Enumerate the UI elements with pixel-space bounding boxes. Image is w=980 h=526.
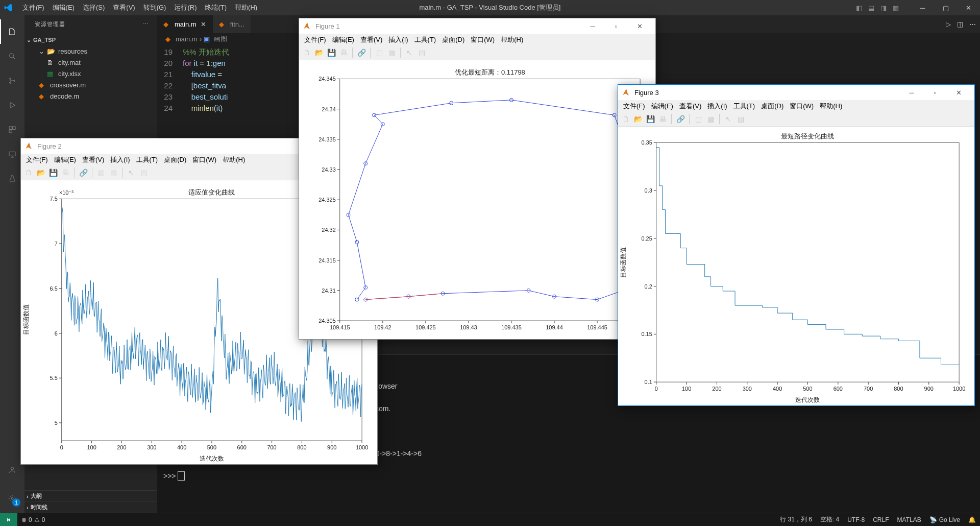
status-bell-icon[interactable]: 🔔 [964,515,980,524]
figure-3-axes[interactable]: 010020030040050060070080090010000.10.150… [618,127,974,405]
fig-menu-insert[interactable]: 插入(I) [385,35,411,44]
legend-icon[interactable]: ▦ [386,47,397,58]
figure-3-window[interactable]: Figure 3 ─▫✕ 文件(F) 编辑(E) 查看(V) 插入(I) 工具(… [618,84,975,406]
tab-fitn[interactable]: ◆ fitn... [213,15,251,33]
figure-1-window[interactable]: Figure 1 ─▫✕ 文件(F) 编辑(E) 查看(V) 插入(I) 工具(… [299,18,656,340]
close-button[interactable]: ✕ [957,0,980,15]
layout-customize-icon[interactable]: ▦ [891,3,901,13]
menu-view[interactable]: 查看(V) [109,3,139,12]
layout-toggle-bottom-icon[interactable]: ⬓ [866,3,876,13]
link-icon[interactable]: 🔗 [78,167,89,178]
maximize-button[interactable]: ▫ [923,85,947,100]
status-language[interactable]: MATLAB [893,515,925,524]
file-decode[interactable]: ◆ decode.m [24,90,157,102]
status-eol[interactable]: CRLF [869,515,893,524]
fig-menu-edit[interactable]: 编辑(E) [648,102,676,111]
folder-resources[interactable]: ⌄ 📂 resources [24,45,157,57]
print-icon[interactable]: 🖶 [60,167,71,178]
figure-titlebar[interactable]: Figure 1 ─▫✕ [299,18,655,34]
menu-edit[interactable]: 编辑(E) [48,3,79,12]
status-golive[interactable]: 📡Go Live [925,515,964,524]
figure-1-axes[interactable]: 109.415109.42109.425109.43109.435109.441… [299,60,655,339]
more-icon[interactable]: ⋯ [969,20,976,28]
fig-menu-help[interactable]: 帮助(H) [817,102,845,111]
more-icon[interactable]: ⋯ [143,21,149,28]
close-icon[interactable]: ✕ [201,20,206,28]
menu-select[interactable]: 选择(S) [79,3,109,12]
activity-run-debug-icon[interactable] [0,93,24,117]
menu-help[interactable]: 帮助(H) [231,3,261,12]
activity-explorer-icon[interactable] [0,19,24,44]
activity-settings-icon[interactable]: 1 [0,486,24,511]
link-icon[interactable]: 🔗 [356,47,367,58]
maximize-button[interactable]: ▢ [934,0,957,15]
inspector-icon[interactable]: ▤ [138,167,149,178]
minimize-button[interactable]: ─ [581,18,604,34]
fig-menu-desktop[interactable]: 桌面(D) [758,102,787,111]
menu-run[interactable]: 运行(R) [170,3,201,12]
fig-menu-tools[interactable]: 工具(T) [133,155,161,164]
layout-toggle-right-icon[interactable]: ◨ [878,3,889,13]
fig-menu-help[interactable]: 帮助(H) [219,155,248,164]
timeline-section[interactable]: › 时间线 [24,501,157,513]
minimize-button[interactable]: ─ [911,0,934,15]
fig-menu-tools[interactable]: 工具(T) [730,102,758,111]
new-icon[interactable]: 🗋 [620,113,631,125]
inspector-icon[interactable]: ▤ [735,113,746,125]
remote-indicator[interactable] [0,513,17,526]
fig-menu-desktop[interactable]: 桌面(D) [439,35,468,44]
open-icon[interactable]: 📂 [35,167,46,178]
fig-menu-file[interactable]: 文件(F) [620,102,648,111]
fig-menu-edit[interactable]: 编辑(E) [51,155,79,164]
fig-menu-window[interactable]: 窗口(W) [468,35,498,44]
file-crossover[interactable]: ◆ crossover.m [24,79,157,90]
minimize-button[interactable]: ─ [900,85,923,100]
fig-menu-insert[interactable]: 插入(I) [107,155,133,164]
fig-menu-view[interactable]: 查看(V) [79,155,107,164]
outline-section[interactable]: › 大纲 [24,490,157,501]
run-icon[interactable]: ▷ [946,20,951,28]
fig-menu-tools[interactable]: 工具(T) [411,35,439,44]
legend-icon[interactable]: ▦ [108,167,119,178]
fig-menu-window[interactable]: 窗口(W) [787,102,817,111]
colorbar-icon[interactable]: ▥ [374,47,385,58]
colorbar-icon[interactable]: ▥ [95,167,107,178]
activity-search-icon[interactable] [0,44,24,68]
file-city-xlsx[interactable]: ▦ city.xlsx [24,68,157,79]
fig-menu-file[interactable]: 文件(F) [23,155,51,164]
open-icon[interactable]: 📂 [313,47,325,58]
layout-toggle-left-icon[interactable]: ◧ [854,3,864,13]
fig-menu-view[interactable]: 查看(V) [676,102,704,111]
status-cursor-pos[interactable]: 行 31，列 6 [776,515,816,524]
fig-menu-file[interactable]: 文件(F) [301,35,329,44]
save-icon[interactable]: 💾 [645,113,656,125]
fig-menu-help[interactable]: 帮助(H) [498,35,526,44]
new-icon[interactable]: 🗋 [23,167,34,178]
save-icon[interactable]: 💾 [47,167,59,178]
link-icon[interactable]: 🔗 [675,113,686,125]
print-icon[interactable]: 🖶 [657,113,668,125]
status-encoding[interactable]: UTF-8 [843,515,869,524]
fig-menu-view[interactable]: 查看(V) [357,35,385,44]
status-indent[interactable]: 空格: 4 [816,515,843,524]
maximize-button[interactable]: ▫ [604,18,628,34]
open-icon[interactable]: 📂 [632,113,644,125]
menu-file[interactable]: 文件(F) [18,3,48,12]
fig-menu-insert[interactable]: 插入(I) [704,102,730,111]
fig-menu-desktop[interactable]: 桌面(D) [161,155,189,164]
activity-source-control-icon[interactable] [0,68,24,93]
pointer-icon[interactable]: ↖ [126,167,137,178]
tab-main[interactable]: ◆ main.m ✕ [157,15,213,33]
fig-menu-window[interactable]: 窗口(W) [189,155,219,164]
colorbar-icon[interactable]: ▥ [693,113,704,125]
close-button[interactable]: ✕ [947,85,970,100]
legend-icon[interactable]: ▦ [705,113,716,125]
new-icon[interactable]: 🗋 [301,47,312,58]
split-icon[interactable]: ◫ [957,20,963,28]
print-icon[interactable]: 🖶 [338,47,349,58]
pointer-icon[interactable]: ↖ [404,47,415,58]
status-errors[interactable]: ⊗0⚠0 [17,516,49,523]
fig-menu-edit[interactable]: 编辑(E) [329,35,357,44]
project-header[interactable]: ⌄ GA_TSP [24,34,157,45]
inspector-icon[interactable]: ▤ [416,47,427,58]
